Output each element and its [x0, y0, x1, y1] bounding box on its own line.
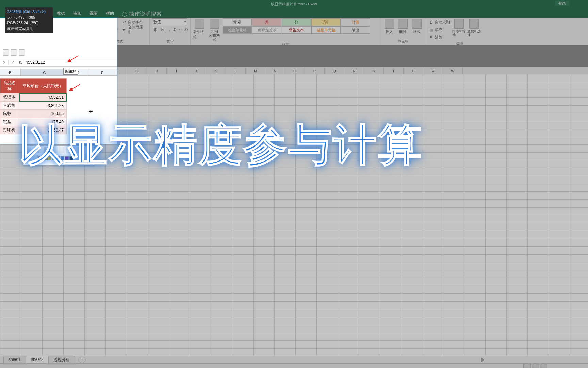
style-cell[interactable]: 警告文本: [282, 26, 311, 34]
column-header[interactable]: L: [226, 67, 246, 74]
qat-button[interactable]: [19, 49, 25, 56]
color-swatch[interactable]: [69, 156, 73, 160]
mini-toolbar[interactable]: [23, 145, 95, 165]
style-cell[interactable]: 好: [282, 18, 311, 26]
mini-btn[interactable]: [38, 147, 45, 153]
mini-btn[interactable]: [52, 147, 58, 153]
table-format-button[interactable]: 套用 表格格式: [208, 18, 221, 42]
delete-button[interactable]: 删除: [397, 18, 409, 34]
number-format-combo[interactable]: 数值: [152, 18, 187, 25]
column-header[interactable]: K: [206, 67, 226, 74]
color-swatch[interactable]: [52, 156, 55, 160]
style-cell[interactable]: 解释性文本: [252, 26, 281, 34]
qat-button[interactable]: [11, 49, 17, 56]
style-cell[interactable]: 计算: [341, 18, 370, 26]
conditional-format-button[interactable]: 条件格式: [193, 18, 206, 40]
cancel-icon[interactable]: ✕: [0, 60, 9, 65]
mini-btn[interactable]: [32, 147, 38, 153]
inc-decimal-icon[interactable]: .0→: [173, 26, 180, 33]
column-header[interactable]: S: [364, 67, 384, 74]
mini-btn[interactable]: [32, 155, 38, 161]
column-header[interactable]: G: [127, 67, 147, 74]
formula-bar-tooltip: 编辑栏: [63, 68, 78, 75]
column-header[interactable]: O: [285, 67, 305, 74]
table-cell[interactable]: 笔记本: [0, 93, 19, 102]
column-header[interactable]: R: [344, 67, 364, 74]
table-cell[interactable]: 键盘: [0, 118, 19, 126]
ribbon-tab[interactable]: 视图: [85, 9, 102, 18]
mini-btn[interactable]: [45, 147, 51, 153]
color-swatch[interactable]: [38, 156, 42, 160]
normal-view-button[interactable]: [523, 363, 531, 368]
enter-icon[interactable]: ✓: [9, 60, 17, 65]
style-cell[interactable]: 输出: [341, 26, 370, 34]
ribbon-tab[interactable]: 数据: [53, 9, 69, 18]
column-header[interactable]: I: [167, 67, 186, 74]
column-header[interactable]: H: [147, 67, 167, 74]
window-title: 以显示精度计算.xlsx - Excel: [271, 2, 317, 7]
comma-icon[interactable]: ,: [166, 26, 173, 33]
title-bar: 以显示精度计算.xlsx - Excel 登录: [0, 0, 588, 8]
mini-btn[interactable]: [25, 147, 31, 153]
column-header[interactable]: P: [305, 67, 325, 74]
qat-button[interactable]: [3, 49, 9, 56]
page-break-view-button[interactable]: [540, 363, 547, 368]
group-label-cells: 单元格: [383, 39, 423, 45]
tell-me[interactable]: 操作说明搜索: [122, 11, 162, 18]
table-cell[interactable]: 1,150.47: [19, 126, 67, 134]
sort-filter-button[interactable]: 排序和筛选: [452, 18, 466, 37]
style-cell[interactable]: 链接单元格: [311, 26, 341, 34]
dec-decimal-icon[interactable]: ←.0: [180, 26, 187, 33]
style-cell[interactable]: 常规: [223, 18, 252, 26]
table-cell[interactable]: 175.40: [19, 118, 67, 126]
mini-btn[interactable]: [66, 147, 72, 153]
color-swatch[interactable]: [61, 156, 64, 160]
color-swatch[interactable]: [47, 156, 51, 160]
fill-button[interactable]: ▥填充: [427, 26, 451, 33]
formula-bar: ✕ ✓ fx 4552.3112: [0, 58, 117, 67]
table-cell[interactable]: 4,552.31: [19, 93, 67, 102]
column-header[interactable]: W: [443, 67, 463, 74]
table-cell[interactable]: 鼠标: [0, 110, 19, 118]
style-cell[interactable]: 适中: [311, 18, 341, 26]
table-cell[interactable]: 3,861.23: [19, 102, 67, 110]
column-header[interactable]: J: [186, 67, 206, 74]
ribbon-tab[interactable]: 帮助: [102, 9, 118, 18]
percent-icon[interactable]: %: [159, 26, 166, 33]
sheet-tab[interactable]: 透视分析: [48, 356, 75, 364]
insert-button[interactable]: 插入: [383, 18, 395, 34]
fx-icon[interactable]: fx: [17, 60, 24, 65]
color-swatch[interactable]: [43, 156, 47, 160]
column-header[interactable]: M: [246, 67, 265, 74]
page-layout-view-button[interactable]: [532, 363, 539, 368]
accounting-icon[interactable]: ₵: [152, 26, 159, 33]
mini-btn[interactable]: [79, 147, 85, 153]
sheet-tab[interactable]: sheet2: [26, 356, 48, 364]
ribbon-tab[interactable]: 审阅: [69, 9, 85, 18]
merge-center-button[interactable]: ⇔合并后居中: [120, 26, 147, 33]
column-header[interactable]: U: [404, 67, 423, 74]
column-header[interactable]: N: [265, 67, 285, 74]
sheet-tab[interactable]: sheet1: [3, 356, 26, 364]
format-button[interactable]: 格式: [411, 18, 423, 34]
find-select-button[interactable]: 查找和选择: [467, 18, 481, 37]
formula-value[interactable]: 4552.3112: [24, 60, 46, 65]
table-cell[interactable]: 109.55: [19, 110, 67, 118]
mini-btn[interactable]: [59, 147, 65, 153]
cell-styles-gallery[interactable]: 常规差好适中计算检查单元格解释性文本警告文本链接单元格输出: [223, 18, 370, 34]
style-cell[interactable]: 检查单元格: [223, 26, 252, 34]
mini-btn[interactable]: [72, 147, 79, 153]
clear-button[interactable]: ✕清除: [427, 33, 451, 41]
mini-btn[interactable]: [25, 155, 31, 161]
column-header[interactable]: V: [423, 67, 443, 74]
add-sheet-button[interactable]: +: [78, 357, 86, 363]
column-header[interactable]: Q: [325, 67, 344, 74]
login-button[interactable]: 登录: [555, 1, 569, 6]
table-cell[interactable]: 台式机: [0, 102, 19, 110]
style-cell[interactable]: 差: [252, 18, 281, 26]
color-swatch[interactable]: [56, 156, 60, 160]
color-swatch[interactable]: [65, 156, 69, 160]
table-cell[interactable]: 打印机: [0, 126, 19, 134]
column-header[interactable]: T: [384, 67, 404, 74]
autosum-button[interactable]: Σ自动求和: [427, 18, 451, 26]
